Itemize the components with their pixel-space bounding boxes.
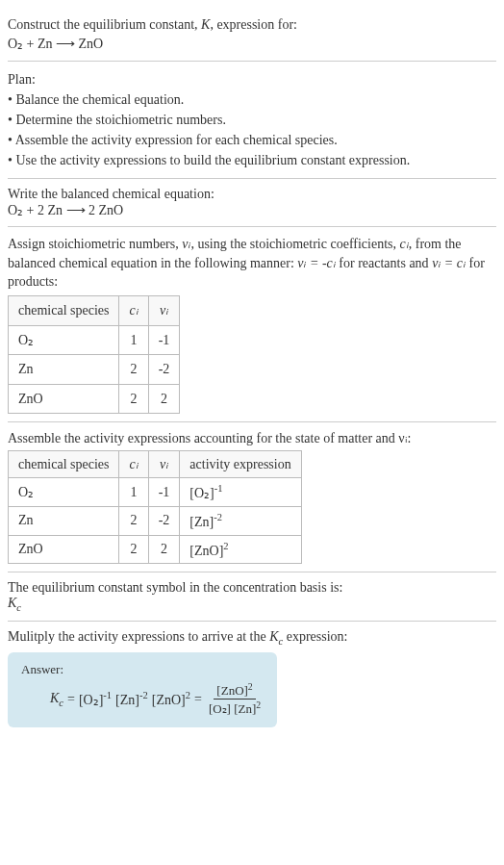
table-row: Zn 2 -2 [Zn]-2: [9, 507, 302, 536]
table-row: ZnO 2 2: [9, 384, 180, 414]
expr-exp: -2: [214, 512, 222, 522]
den2-exp: 2: [256, 700, 261, 710]
activity-title: Assemble the activity expressions accoun…: [8, 430, 496, 446]
cell-expr: [ZnO]2: [180, 535, 301, 564]
answer-eq2: =: [194, 692, 202, 707]
expr-base: [ZnO]: [189, 543, 223, 557]
stoich-header-0: chemical species: [9, 295, 119, 325]
answer-fraction: [ZnO]2 [O₂] [Zn]2: [206, 681, 264, 718]
activity-header-0: chemical species: [9, 451, 119, 478]
symbol-section: The equilibrium constant symbol in the c…: [8, 572, 496, 622]
plan-item-2: • Assemble the activity expression for e…: [8, 130, 496, 150]
plan-item-0: • Balance the chemical equation.: [8, 89, 496, 110]
fraction-numerator: [ZnO]2: [214, 681, 255, 700]
intro-equation: O₂ + Zn ⟶ ZnO: [8, 37, 103, 51]
answer-equation: Kc = [O₂]-1 [Zn]-2 [ZnO]2 = [ZnO]2 [O₂] …: [21, 681, 264, 718]
answer-t3-base: [ZnO]: [152, 693, 186, 707]
plan-item-3: • Use the activity expressions to build …: [8, 150, 496, 170]
cell-species: O₂: [9, 478, 119, 507]
plan-title: Plan:: [8, 69, 496, 89]
cell-c: 2: [119, 507, 148, 536]
cell-nu: -2: [148, 507, 180, 536]
expr-exp: -1: [214, 483, 223, 494]
cell-c: 2: [119, 535, 148, 564]
cell-species: ZnO: [9, 535, 119, 564]
cell-nu: -1: [148, 325, 180, 355]
cell-expr: [O₂]-1: [180, 478, 301, 507]
answer-t1-base: [O₂]: [79, 693, 103, 707]
stoich-ci: cᵢ: [400, 237, 409, 251]
cell-nu: 2: [148, 535, 180, 564]
symbol-kc: K: [8, 596, 16, 610]
table-row: Zn 2 -2: [9, 355, 180, 385]
expr-exp: 2: [223, 541, 228, 551]
stoich-section: Assign stoichiometric numbers, νᵢ, using…: [8, 227, 496, 422]
table-row: chemical species cᵢ νᵢ: [9, 295, 180, 325]
answer-t3-exp: 2: [186, 690, 190, 700]
table-row: chemical species cᵢ νᵢ activity expressi…: [9, 451, 302, 478]
intro-text-1: Construct the equilibrium constant,: [8, 17, 201, 32]
answer-kc-sub: c: [59, 698, 63, 708]
answer-t1-exp: -1: [103, 690, 112, 700]
cell-c: 1: [119, 478, 148, 507]
activity-section: Assemble the activity expressions accoun…: [8, 422, 496, 572]
stoich-rel2: νᵢ = cᵢ: [432, 256, 466, 270]
den2-base: [Zn]: [234, 702, 256, 717]
fraction-denominator: [O₂] [Zn]2: [206, 700, 264, 717]
multiply-text-2: expression:: [283, 629, 347, 644]
multiply-text-1: Mulitply the activity expressions to arr…: [8, 629, 269, 644]
cell-nu: -2: [148, 355, 180, 385]
stoich-text-1: Assign stoichiometric numbers,: [8, 237, 182, 251]
expr-base: [O₂]: [189, 486, 214, 500]
cell-nu: 2: [148, 384, 180, 414]
multiply-kc: K: [269, 629, 278, 644]
stoich-rel1: νᵢ = -cᵢ: [297, 256, 336, 270]
cell-expr: [Zn]-2: [180, 507, 301, 536]
stoich-header-2: νᵢ: [148, 295, 180, 325]
answer-box: Answer: Kc = [O₂]-1 [Zn]-2 [ZnO]2 = [ZnO…: [8, 652, 277, 727]
table-row: ZnO 2 2 [ZnO]2: [9, 535, 302, 564]
activity-header-3: activity expression: [180, 451, 301, 478]
intro-K: K: [201, 17, 210, 32]
activity-header-2: νᵢ: [148, 451, 180, 478]
num-exp: 2: [248, 681, 253, 692]
intro-section: Construct the equilibrium constant, K, e…: [8, 8, 496, 62]
stoich-header-1: cᵢ: [119, 295, 148, 325]
num-base: [ZnO]: [216, 683, 248, 698]
balanced-section: Write the balanced chemical equation: O₂…: [8, 179, 496, 227]
cell-species: ZnO: [9, 384, 119, 414]
intro-text-1b: , expression for:: [210, 17, 297, 32]
table-row: O₂ 1 -1 [O₂]-1: [9, 478, 302, 507]
multiply-section: Mulitply the activity expressions to arr…: [8, 622, 496, 734]
activity-table: chemical species cᵢ νᵢ activity expressi…: [8, 450, 302, 564]
answer-eq: =: [67, 692, 75, 707]
den1-base: [O₂]: [209, 702, 231, 717]
cell-c: 2: [119, 355, 148, 385]
balanced-equation: O₂ + 2 Zn ⟶ 2 ZnO: [8, 202, 496, 218]
answer-t2-exp: -2: [139, 690, 148, 700]
symbol-kc-sub: c: [16, 602, 21, 613]
cell-c: 1: [119, 325, 148, 355]
balanced-title: Write the balanced chemical equation:: [8, 187, 496, 202]
answer-t2-base: [Zn]: [115, 693, 139, 707]
stoich-table: chemical species cᵢ νᵢ O₂ 1 -1 Zn 2 -2 Z…: [8, 295, 180, 414]
symbol-text: The equilibrium constant symbol in the c…: [8, 580, 496, 596]
cell-species: Zn: [9, 507, 119, 536]
plan-item-1: • Determine the stoichiometric numbers.: [8, 110, 496, 130]
cell-nu: -1: [148, 478, 180, 507]
stoich-text-4: for reactants and: [336, 256, 432, 270]
cell-species: O₂: [9, 325, 119, 355]
activity-header-1: cᵢ: [119, 451, 148, 478]
answer-kc: K: [50, 691, 59, 705]
expr-base: [Zn]: [189, 515, 214, 529]
cell-c: 2: [119, 384, 148, 414]
answer-label: Answer:: [21, 662, 264, 677]
plan-section: Plan: • Balance the chemical equation. •…: [8, 62, 496, 179]
table-row: O₂ 1 -1: [9, 325, 180, 355]
stoich-text-2: , using the stoichiometric coefficients,: [190, 237, 399, 251]
cell-species: Zn: [9, 355, 119, 385]
